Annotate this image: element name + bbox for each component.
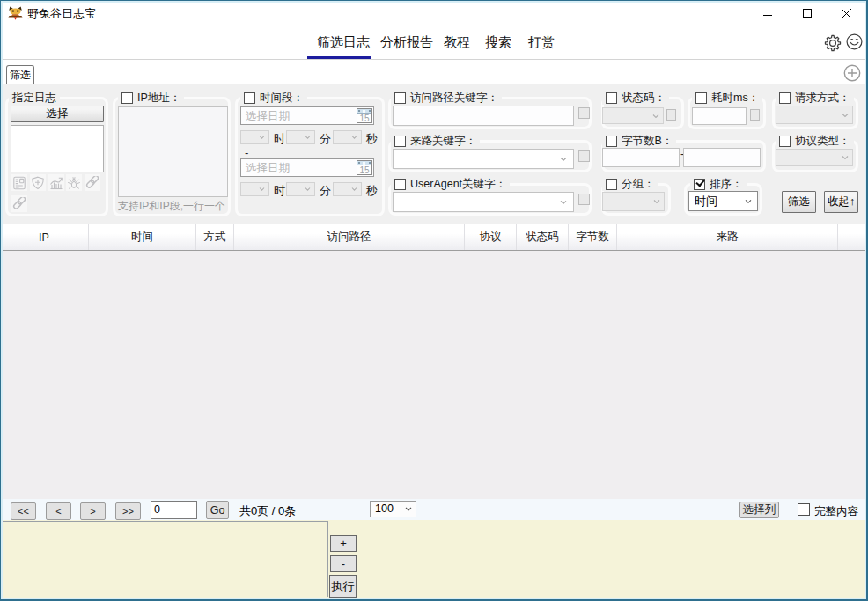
path-keyword-extra-checkbox[interactable] — [578, 107, 590, 119]
full-content-checkbox[interactable] — [798, 503, 810, 516]
method-combo[interactable] — [776, 106, 853, 124]
page-number-input[interactable]: 0 — [151, 501, 197, 519]
status-code-checkbox[interactable] — [606, 92, 617, 104]
path-keyword-input[interactable] — [393, 106, 574, 126]
bytes-checkbox[interactable] — [606, 136, 617, 147]
calendar-icon[interactable]: 15 — [357, 108, 372, 123]
col-ip[interactable]: IP — [0, 224, 89, 250]
close-button[interactable] — [827, 0, 866, 26]
protocol-combo[interactable] — [776, 149, 853, 166]
prev-page-button[interactable]: < — [46, 502, 71, 520]
link-icon[interactable] — [85, 174, 100, 191]
col-path[interactable]: 访问路径 — [234, 224, 465, 250]
table-body[interactable] — [0, 251, 868, 499]
end-second-combo[interactable] — [333, 182, 362, 196]
footer-textarea[interactable] — [2, 521, 328, 597]
shield-plus-icon[interactable] — [30, 174, 46, 191]
useragent-keyword-checkbox[interactable] — [394, 179, 406, 190]
method-checkbox[interactable] — [779, 92, 791, 104]
maximize-icon — [802, 8, 813, 18]
bytes-max-input[interactable] — [683, 148, 761, 167]
col-status[interactable]: 状态码 — [517, 224, 569, 250]
chevron-down-icon — [560, 200, 567, 204]
select-log-button[interactable]: 选择 — [11, 106, 104, 122]
tab-search[interactable]: 搜索 — [485, 34, 511, 51]
choose-columns-button[interactable]: 选择列 — [739, 502, 779, 518]
elapsed-input[interactable] — [692, 107, 747, 125]
protocol-checkbox[interactable] — [779, 136, 791, 147]
date-start-input[interactable]: 选择日期 15 — [240, 106, 374, 125]
last-page-button[interactable]: >> — [115, 502, 141, 520]
date-end-input[interactable]: 选择日期 15 — [240, 158, 374, 177]
log-file-icon[interactable] — [11, 174, 27, 191]
col-protocol[interactable]: 协议 — [465, 224, 517, 250]
group-label: 排序： — [690, 177, 747, 191]
tab-tutorial[interactable]: 教程 — [444, 34, 470, 51]
tab-strip: 筛选 — [0, 61, 868, 84]
elapsed-checkbox[interactable] — [695, 92, 707, 104]
status-code-combo[interactable] — [602, 107, 664, 124]
col-method[interactable]: 方式 — [196, 224, 234, 250]
first-page-button[interactable]: << — [11, 502, 36, 520]
tab-analysis-report[interactable]: 分析报告 — [380, 34, 433, 51]
minimize-icon — [762, 8, 773, 18]
sort-checkbox[interactable] — [694, 179, 705, 190]
referer-keyword-combo[interactable] — [393, 149, 574, 169]
col-referer[interactable]: 来路 — [617, 224, 838, 250]
maximize-button[interactable] — [787, 0, 827, 26]
calendar-dot — [358, 162, 360, 164]
path-keyword-checkbox[interactable] — [394, 92, 406, 104]
start-second-combo[interactable] — [333, 130, 362, 144]
useragent-keyword-extra-checkbox[interactable] — [578, 194, 590, 205]
end-minute-combo[interactable] — [286, 182, 315, 196]
footer-plus-button[interactable]: + — [330, 535, 357, 552]
ip-textarea[interactable] — [118, 106, 228, 197]
elapsed-extra-checkbox[interactable] — [750, 109, 760, 121]
end-hour-combo[interactable] — [240, 182, 269, 196]
ip-checkbox[interactable] — [121, 92, 133, 104]
col-time[interactable]: 时间 — [89, 224, 196, 250]
chevron-down-icon — [560, 157, 567, 161]
col-bytes[interactable]: 字节数 — [569, 224, 617, 250]
page-size-combo[interactable]: 100 — [370, 501, 416, 517]
useragent-keyword-combo[interactable] — [393, 192, 574, 212]
settings-gear-icon[interactable] — [824, 34, 842, 52]
groupby-checkbox[interactable] — [606, 179, 617, 190]
start-minute-combo[interactable] — [286, 130, 315, 144]
chevron-down-icon — [842, 113, 849, 117]
log-list-box[interactable] — [11, 125, 104, 172]
time-range-checkbox[interactable] — [244, 92, 255, 104]
sort-combo[interactable]: 时间 — [688, 191, 758, 211]
group-referer-keyword-label: 来路关键字： — [410, 134, 476, 149]
collapse-button[interactable]: 收起↑ — [824, 191, 858, 213]
link2-icon[interactable] — [11, 195, 27, 212]
footer-execute-button[interactable]: 执行 — [329, 575, 357, 598]
start-hour-combo[interactable] — [240, 130, 269, 144]
status-code-extra-checkbox[interactable] — [666, 109, 676, 121]
end-hour-label: 时 — [274, 183, 285, 199]
filter-button[interactable]: 筛选 — [782, 191, 816, 213]
calendar2-icon[interactable]: 15 — [357, 160, 372, 175]
go-button[interactable]: Go — [206, 501, 229, 519]
minimize-button[interactable] — [747, 0, 787, 26]
date-start-placeholder: 选择日期 — [241, 107, 373, 125]
footer-minus-button[interactable]: - — [330, 555, 357, 572]
chart-icon[interactable] — [48, 174, 64, 191]
time-range-separator: - — [245, 146, 248, 159]
start-minute-label: 分 — [320, 131, 331, 147]
referer-keyword-checkbox[interactable] — [394, 136, 406, 147]
add-tab-icon[interactable] — [843, 64, 861, 82]
referer-keyword-extra-checkbox[interactable] — [578, 150, 590, 162]
tab-filter-log[interactable]: 筛选日志 — [317, 34, 370, 51]
tab-donate[interactable]: 打赏 — [528, 34, 555, 51]
groupby-combo[interactable] — [602, 192, 665, 211]
group-protocol: 协议类型： — [772, 140, 858, 172]
tab-filter[interactable]: 筛选 — [6, 65, 34, 84]
next-page-button[interactable]: > — [80, 502, 106, 520]
smiley-icon[interactable] — [846, 33, 863, 50]
group-label: 访问路径关键字： — [391, 91, 502, 105]
spider-icon[interactable] — [66, 174, 82, 191]
bytes-min-input[interactable] — [602, 148, 680, 167]
close-icon — [841, 8, 852, 19]
menu-bar: 筛选日志 分析报告 教程 搜索 打赏 — [0, 26, 868, 60]
